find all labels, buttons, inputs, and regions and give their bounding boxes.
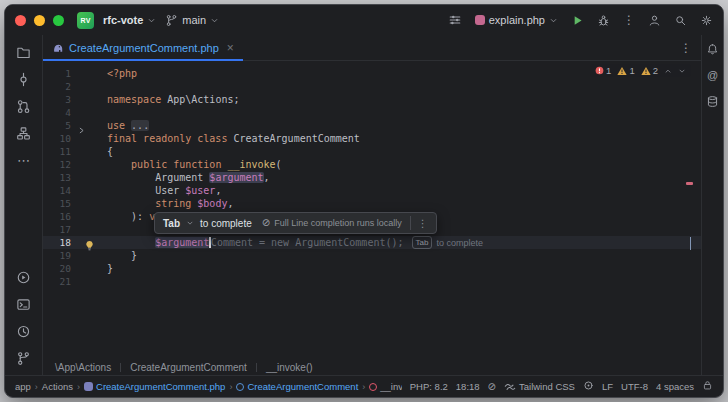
clock-icon[interactable]: [13, 320, 35, 342]
chevron-down-icon[interactable]: [678, 67, 686, 75]
code-line[interactable]: 19 }: [43, 249, 701, 262]
line-ending-widget[interactable]: LF: [602, 381, 613, 392]
line-number[interactable]: 15: [43, 197, 71, 210]
more-toolwindows-icon[interactable]: ⋯: [13, 149, 35, 171]
search-everywhere-button[interactable]: [674, 14, 687, 27]
line-number[interactable]: 2: [43, 80, 71, 93]
line-number[interactable]: 18: [43, 236, 71, 249]
inspections-widget[interactable]: 1 1 2: [590, 64, 691, 77]
run-button[interactable]: [571, 14, 584, 27]
tune-icon[interactable]: [448, 13, 462, 27]
code-line[interactable]: 10final readonly class CreateArgumentCom…: [43, 132, 701, 145]
line-number[interactable]: 21: [43, 275, 71, 288]
line-number[interactable]: 14: [43, 184, 71, 197]
gutter-zone: [71, 132, 107, 145]
git-toolwindow-icon[interactable]: [13, 347, 35, 369]
line-number[interactable]: 13: [43, 171, 71, 184]
chevron-up-icon[interactable]: [664, 67, 672, 75]
pull-requests-icon[interactable]: [13, 95, 35, 117]
php-version-widget[interactable]: PHP: 8.2: [410, 381, 448, 392]
line-number[interactable]: 1: [43, 67, 71, 80]
prohibit-icon[interactable]: ⊘: [488, 382, 496, 392]
debug-button[interactable]: [597, 14, 610, 27]
caret-position-widget[interactable]: 18:18: [456, 381, 480, 392]
status-bar: app›Actions›CreateArgumentComment.php›Cr…: [5, 375, 723, 397]
tab-create-argument-comment[interactable]: CreateArgumentComment.php ×: [43, 35, 243, 60]
project-widget[interactable]: rfc-vote: [103, 14, 156, 26]
status-nav-item[interactable]: CreateArgumentComment.php: [84, 381, 225, 392]
close-tab-icon[interactable]: ×: [227, 42, 234, 54]
line-number[interactable]: 5: [43, 119, 71, 132]
project-folder-icon[interactable]: [13, 41, 35, 63]
breadcrumb-item[interactable]: CreateArgumentComment: [130, 362, 247, 373]
lock-icon[interactable]: [702, 380, 713, 393]
run-config-name: explain.php: [489, 14, 545, 26]
code-segment: ,: [227, 198, 233, 209]
ai-assistant-icon[interactable]: @: [704, 66, 722, 84]
line-number[interactable]: 16: [43, 210, 71, 223]
gutter-zone: [71, 262, 107, 275]
code-line[interactable]: 3namespace App\Actions;: [43, 93, 701, 106]
code-line[interactable]: 13 Argument $argument,: [43, 171, 701, 184]
code-line[interactable]: 5use ...: [43, 119, 701, 132]
status-nav-item[interactable]: __invoke: [369, 381, 402, 392]
commit-icon[interactable]: [13, 68, 35, 90]
completion-popup[interactable]: Tab to complete ⊘ Full Line completion r…: [154, 212, 437, 234]
git-branch-icon: [165, 14, 178, 27]
line-number[interactable]: 12: [43, 158, 71, 171]
minimize-window-button[interactable]: [34, 15, 45, 26]
structure-icon[interactable]: [13, 122, 35, 144]
code-line[interactable]: 18 $argumentComment = new ArgumentCommen…: [43, 236, 701, 249]
line-number[interactable]: 4: [43, 106, 71, 119]
indent-widget[interactable]: 4 spaces: [656, 381, 694, 392]
breadcrumb-item[interactable]: \App\Actions: [55, 362, 111, 373]
status-plugin-icon[interactable]: [583, 380, 594, 393]
code-text: {: [107, 145, 701, 158]
line-number[interactable]: 10: [43, 132, 71, 145]
breadcrumb-divider: [120, 363, 121, 372]
code-with-me-icon[interactable]: [648, 14, 661, 27]
code-line[interactable]: 4: [43, 106, 701, 119]
code-segment: $argument: [209, 172, 263, 183]
code-line[interactable]: 15 string $body,: [43, 197, 701, 210]
chevron-down-icon[interactable]: [186, 219, 194, 227]
run-config-selector[interactable]: explain.php: [475, 14, 558, 26]
status-nav-item[interactable]: CreateArgumentComment: [236, 381, 358, 392]
code-line[interactable]: 21: [43, 275, 701, 288]
more-actions-button[interactable]: ⋮: [623, 13, 635, 27]
tab-options-button[interactable]: ⋮: [680, 41, 692, 55]
code-line[interactable]: 2: [43, 80, 701, 93]
php-file-icon: [84, 382, 93, 391]
code-line[interactable]: 14 User $user,: [43, 184, 701, 197]
branch-widget[interactable]: main: [165, 14, 219, 27]
project-name: rfc-vote: [103, 14, 143, 26]
line-number[interactable]: 19: [43, 249, 71, 262]
encoding-widget[interactable]: UTF-8: [621, 381, 648, 392]
notifications-bell-icon[interactable]: [704, 40, 722, 58]
popup-more-button[interactable]: ⋮: [410, 216, 428, 230]
run-toolwindow-icon[interactable]: [13, 266, 35, 288]
tailwind-widget[interactable]: Tailwind CSS: [504, 381, 575, 393]
status-nav-item[interactable]: app: [15, 381, 31, 392]
code-line[interactable]: 20}: [43, 262, 701, 275]
code-line[interactable]: 11{: [43, 145, 701, 158]
status-nav-label: CreateArgumentComment.php: [96, 381, 225, 392]
close-window-button[interactable]: [15, 15, 26, 26]
line-number[interactable]: 17: [43, 223, 71, 236]
offline-icon: ⊘: [262, 218, 270, 228]
terminal-icon[interactable]: [13, 293, 35, 315]
project-icon[interactable]: RV: [77, 12, 94, 29]
code-line[interactable]: 12 public function __invoke(: [43, 158, 701, 171]
line-number[interactable]: 3: [43, 93, 71, 106]
editor[interactable]: 1<?php23namespace App\Actions;45use ...1…: [43, 61, 701, 359]
line-number[interactable]: 11: [43, 145, 71, 158]
zoom-window-button[interactable]: [53, 15, 64, 26]
class-icon: [236, 383, 244, 391]
settings-gear-icon[interactable]: [700, 14, 713, 27]
breadcrumb-item[interactable]: __invoke(): [266, 362, 313, 373]
line-number[interactable]: 20: [43, 262, 71, 275]
status-nav-item[interactable]: Actions: [42, 381, 73, 392]
scrollbar-caret-mark[interactable]: [690, 237, 692, 250]
database-icon[interactable]: [704, 92, 722, 110]
scrollbar-error-mark[interactable]: [686, 182, 693, 185]
